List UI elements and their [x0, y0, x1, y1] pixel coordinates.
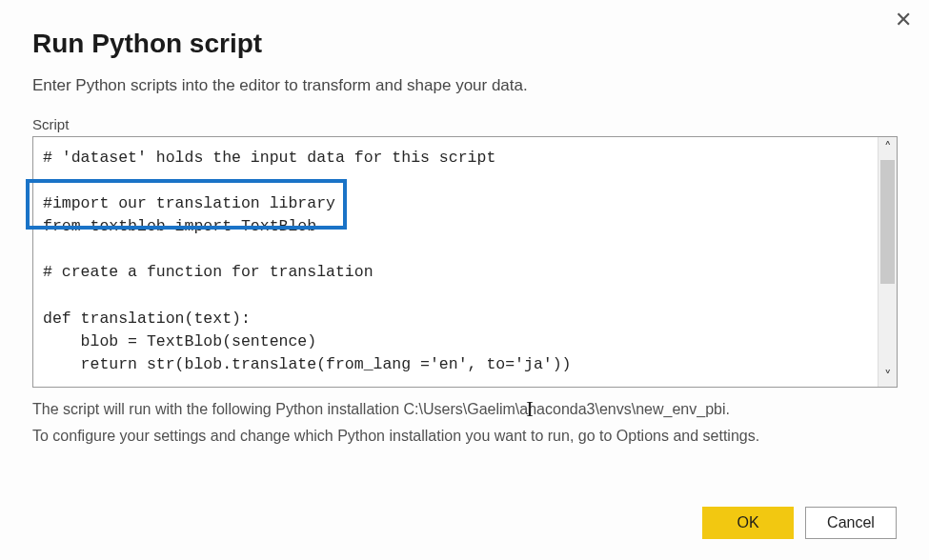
script-label: Script — [32, 116, 897, 132]
scrollbar[interactable]: ˄ ˅ — [878, 137, 897, 387]
scroll-up-icon[interactable]: ˄ — [879, 137, 897, 158]
cancel-button[interactable]: Cancel — [805, 507, 897, 539]
close-icon[interactable]: ✕ — [895, 10, 912, 30]
dialog-subtitle: Enter Python scripts into the editor to … — [32, 76, 897, 95]
scrollbar-thumb[interactable] — [880, 160, 895, 284]
info-line-1: The script will run with the following P… — [32, 397, 897, 422]
dialog-title: Run Python script — [32, 29, 897, 59]
script-editor[interactable]: # 'dataset' holds the input data for thi… — [33, 137, 878, 387]
run-python-script-dialog: ✕ Run Python script Enter Python scripts… — [0, 0, 929, 560]
ok-button[interactable]: OK — [702, 507, 794, 539]
dialog-buttons: OK Cancel — [702, 507, 897, 539]
script-editor-container: # 'dataset' holds the input data for thi… — [32, 136, 898, 388]
info-line-2: To configure your settings and change wh… — [32, 424, 897, 449]
scroll-down-icon[interactable]: ˅ — [879, 366, 897, 387]
